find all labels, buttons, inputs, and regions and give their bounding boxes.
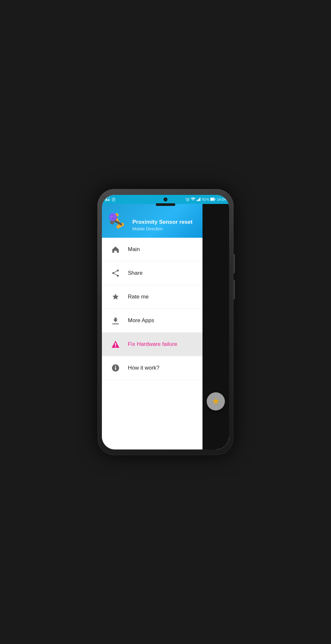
signal-status-icon — [197, 197, 201, 201]
svg-marker-31 — [113, 294, 119, 300]
nav-label-main: Main — [128, 246, 140, 253]
svg-rect-14 — [200, 197, 201, 201]
svg-point-28 — [117, 275, 119, 277]
battery-percent: 91% — [202, 197, 209, 201]
float-star-button[interactable] — [207, 392, 225, 410]
status-right-icons: 91% 14:04 — [186, 197, 226, 201]
camera — [164, 197, 167, 201]
svg-rect-17 — [211, 198, 214, 200]
svg-marker-40 — [213, 398, 219, 404]
download-svg — [111, 316, 120, 325]
status-left-icons — [105, 197, 116, 201]
status-time: 14:04 — [217, 197, 226, 201]
svg-rect-0 — [105, 197, 110, 201]
nav-label-more-apps: More Apps — [128, 317, 154, 324]
star-icon — [110, 291, 121, 303]
image-status-icon — [105, 197, 110, 201]
app-logo-svg — [107, 210, 128, 231]
svg-rect-13 — [199, 199, 200, 201]
download-icon — [110, 315, 121, 326]
warning-icon — [110, 338, 121, 350]
svg-line-10 — [189, 198, 190, 198]
nav-label-share: Share — [128, 270, 142, 276]
volume-down-button[interactable] — [234, 280, 235, 299]
svg-line-30 — [114, 273, 117, 275]
app-logo — [107, 210, 128, 231]
svg-point-36 — [115, 346, 116, 347]
share-icon — [110, 267, 121, 279]
home-svg — [111, 245, 120, 254]
home-icon — [110, 244, 121, 255]
warning-svg — [111, 340, 120, 348]
svg-rect-35 — [115, 343, 116, 346]
svg-rect-11 — [197, 200, 198, 201]
float-star-icon — [211, 397, 220, 406]
speaker — [156, 203, 175, 206]
phone-device: 91% 14:04 — [97, 189, 234, 455]
wifi-status-icon — [191, 197, 195, 201]
nav-label-how-it-works: How it work? — [128, 365, 159, 371]
nav-label-rate: Rate me — [128, 294, 149, 300]
alarm-status-icon — [186, 197, 190, 201]
info-svg — [111, 364, 120, 372]
volume-up-button[interactable] — [234, 254, 235, 273]
svg-rect-16 — [215, 199, 215, 200]
svg-rect-32 — [112, 323, 119, 324]
svg-line-9 — [186, 198, 187, 198]
share-svg — [111, 269, 120, 277]
svg-rect-12 — [198, 199, 199, 201]
star-svg — [111, 293, 120, 301]
svg-point-27 — [112, 272, 114, 274]
info-icon — [110, 362, 121, 374]
svg-point-26 — [117, 270, 119, 271]
svg-point-39 — [115, 366, 116, 367]
svg-marker-33 — [113, 318, 118, 322]
battery-status-icon — [210, 197, 215, 201]
right-panel — [202, 204, 229, 449]
svg-line-29 — [114, 271, 117, 272]
phone-screen: 91% 14:04 — [102, 195, 229, 449]
timer-status-icon — [112, 197, 116, 201]
nav-label-fix-hardware: Fix Hardware failure — [128, 341, 177, 347]
svg-rect-38 — [115, 367, 116, 370]
